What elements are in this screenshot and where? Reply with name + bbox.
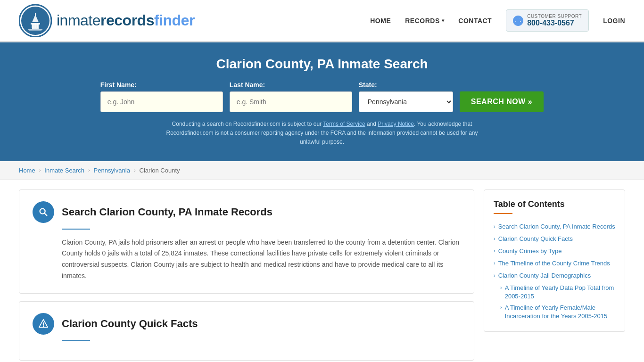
search-inmate-card: Search Clarion County, PA Inmate Records… (19, 189, 474, 294)
card-header-facts: Clarion County Quick Facts (33, 313, 461, 335)
first-name-label: First Name: (100, 81, 137, 89)
breadcrumb-pennsylvania[interactable]: Pennsylvania (94, 167, 130, 174)
last-name-group: Last Name: (230, 81, 352, 112)
breadcrumb-sep-2: › (88, 167, 90, 173)
toc-item-timeline: › The Timeline of the County Crime Trend… (494, 257, 615, 270)
toc-item-search: › Search Clarion County, PA Inmate Recor… (494, 221, 615, 233)
toc-card: Table of Contents › Search Clarion Count… (484, 189, 625, 332)
toc-item-demographics: › Clarion County Jail Demographics (494, 270, 615, 282)
first-name-input[interactable] (100, 91, 223, 112)
site-header: inmaterecordsfinder HOME RECORDS ▾ CONTA… (0, 0, 644, 42)
toc-item-crimes: › County Crimes by Type (494, 245, 615, 257)
toc-sub-list: › A Timeline of Yearly Data Pop Total fr… (494, 282, 615, 322)
content-area: Search Clarion County, PA Inmate Records… (19, 189, 474, 362)
nav-contact[interactable]: CONTACT (458, 17, 492, 25)
svg-rect-11 (29, 30, 41, 31)
state-select[interactable]: Pennsylvania (359, 91, 453, 112)
hero-section: Clarion County, PA Inmate Search First N… (0, 42, 644, 161)
hero-title: Clarion County, PA Inmate Search (19, 57, 625, 72)
breadcrumb: Home › Inmate Search › Pennsylvania › Cl… (0, 161, 644, 180)
nav-records[interactable]: RECORDS ▾ (405, 17, 444, 25)
toc-link-timeline[interactable]: The Timeline of the County Crime Trends (498, 259, 610, 268)
svg-rect-7 (33, 23, 34, 28)
breadcrumb-inmate-search[interactable]: Inmate Search (44, 167, 84, 174)
svg-point-15 (43, 326, 44, 327)
toc-link-yearly-pop[interactable]: A Timeline of Yearly Data Pop Total from… (505, 284, 615, 301)
toc-title: Table of Contents (494, 199, 615, 209)
toc-item-quickfacts: › Clarion County Quick Facts (494, 233, 615, 245)
state-group: State: Pennsylvania (359, 81, 453, 112)
search-icon-circle (33, 201, 54, 223)
toc-link-search[interactable]: Search Clarion County, PA Inmate Records (498, 222, 615, 231)
state-label: State: (359, 81, 377, 89)
toc-chevron-icon-3: › (494, 248, 495, 254)
svg-line-13 (44, 213, 47, 215)
breadcrumb-sep-3: › (134, 167, 136, 173)
toc-link-yearly-gender[interactable]: A Timeline of Yearly Female/Male Incarce… (505, 304, 615, 321)
logo-icon (19, 4, 52, 37)
quick-facts-card: Clarion County Quick Facts (19, 301, 474, 361)
headset-icon (513, 16, 523, 26)
svg-rect-8 (35, 23, 36, 28)
nav-home[interactable]: HOME (370, 17, 391, 25)
toc-chevron-icon-6: › (500, 285, 502, 290)
toc-item-yearly-pop: › A Timeline of Yearly Data Pop Total fr… (500, 282, 615, 302)
sidebar: Table of Contents › Search Clarion Count… (484, 189, 625, 332)
support-text: CUSTOMER SUPPORT 800-433-0567 (527, 14, 582, 27)
quick-facts-title: Clarion County Quick Facts (62, 318, 198, 330)
svg-rect-5 (35, 13, 36, 16)
card-header-search: Search Clarion County, PA Inmate Records (33, 201, 461, 223)
svg-rect-10 (28, 29, 42, 30)
records-chevron-icon: ▾ (442, 18, 445, 23)
breadcrumb-home[interactable]: Home (19, 167, 35, 174)
search-button[interactable]: SEARCH NOW » (460, 91, 544, 112)
privacy-link[interactable]: Privacy Notice (378, 121, 414, 127)
search-card-divider (62, 229, 90, 230)
info-icon (38, 319, 49, 329)
main-nav: HOME RECORDS ▾ CONTACT CUSTOMER SUPPORT … (370, 9, 625, 32)
terms-link[interactable]: Terms of Service (323, 121, 365, 127)
toc-link-quickfacts[interactable]: Clarion County Quick Facts (498, 235, 573, 243)
search-form: First Name: Last Name: State: Pennsylvan… (19, 81, 625, 112)
logo-text: inmaterecordsfinder (57, 12, 195, 29)
main-container: Search Clarion County, PA Inmate Records… (0, 180, 644, 362)
toc-chevron-icon-5: › (494, 272, 495, 278)
svg-rect-9 (37, 23, 38, 28)
toc-chevron-icon: › (494, 223, 495, 229)
svg-rect-6 (32, 23, 33, 28)
last-name-label: Last Name: (230, 81, 265, 89)
breadcrumb-current: Clarion County (140, 167, 180, 174)
toc-chevron-icon-2: › (494, 236, 495, 241)
first-name-group: First Name: (100, 81, 223, 112)
nav-login[interactable]: LOGIN (603, 17, 625, 25)
magnifier-icon (38, 207, 49, 217)
last-name-input[interactable] (230, 91, 352, 112)
search-card-body: Clarion County, PA jails hold prisoners … (33, 237, 461, 282)
toc-item-yearly-gender: › A Timeline of Yearly Female/Male Incar… (500, 302, 615, 322)
toc-divider (494, 213, 512, 214)
logo[interactable]: inmaterecordsfinder (19, 4, 195, 37)
hero-disclaimer: Conducting a search on Recordsfinder.com… (157, 120, 487, 147)
search-card-title: Search Clarion County, PA Inmate Records (62, 206, 272, 218)
quick-facts-divider (62, 340, 90, 341)
toc-list: › Search Clarion County, PA Inmate Recor… (494, 221, 615, 322)
breadcrumb-sep-1: › (39, 167, 41, 173)
toc-link-crimes[interactable]: County Crimes by Type (498, 247, 562, 255)
toc-chevron-icon-7: › (500, 304, 502, 310)
customer-support[interactable]: CUSTOMER SUPPORT 800-433-0567 (506, 9, 589, 32)
toc-link-demographics[interactable]: Clarion County Jail Demographics (498, 272, 591, 280)
alert-icon-circle (33, 313, 54, 335)
toc-chevron-icon-4: › (494, 260, 495, 266)
